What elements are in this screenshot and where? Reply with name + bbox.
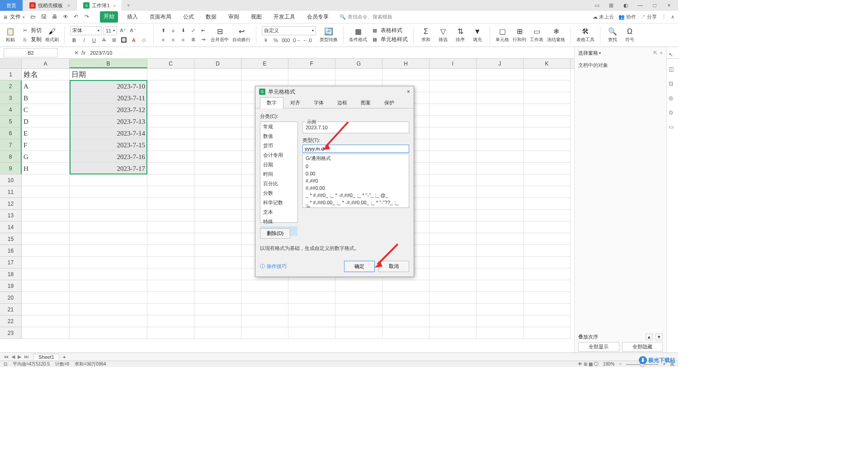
cell[interactable] xyxy=(335,280,382,292)
cell[interactable] xyxy=(194,245,241,257)
cell[interactable] xyxy=(524,139,571,151)
cell[interactable] xyxy=(241,280,288,292)
cell[interactable] xyxy=(429,139,476,151)
cell[interactable] xyxy=(147,139,194,151)
tabletools-button[interactable]: 🛠表格工具 xyxy=(576,24,594,46)
cell[interactable] xyxy=(70,327,147,339)
col-header-G[interactable]: G xyxy=(335,59,382,68)
cell[interactable] xyxy=(476,210,524,221)
row-header[interactable]: 15 xyxy=(0,233,22,245)
cell[interactable] xyxy=(524,80,571,92)
cell[interactable] xyxy=(22,327,70,339)
col-header-K[interactable]: K xyxy=(524,59,571,68)
dialog-tab-pattern[interactable]: 图案 xyxy=(354,97,377,108)
ok-button[interactable]: 确定 xyxy=(344,261,375,272)
cell-button[interactable]: ▢单元格 xyxy=(495,24,509,46)
cell[interactable] xyxy=(524,268,571,280)
cell[interactable] xyxy=(429,257,476,268)
rail-property-icon[interactable]: ⊡ xyxy=(669,80,677,89)
cell[interactable] xyxy=(288,315,335,327)
sheet-last-icon[interactable]: ⏭ xyxy=(24,354,29,360)
open-icon[interactable]: 🗁 xyxy=(30,14,38,21)
cell[interactable] xyxy=(476,127,524,139)
type-list-item[interactable]: _ * #,##0.00_ ;_ * -#,##0.00_ ;_ * "-"??… xyxy=(303,199,409,208)
cell[interactable] xyxy=(476,304,524,315)
row-header[interactable]: 17 xyxy=(0,257,22,268)
cell[interactable] xyxy=(22,233,70,245)
cell[interactable] xyxy=(524,104,571,116)
cell[interactable] xyxy=(476,163,524,174)
cell[interactable]: 2023-7-15 xyxy=(70,139,147,151)
category-item[interactable]: 文本 xyxy=(260,207,297,217)
redo-icon[interactable]: ↷ xyxy=(85,14,92,21)
cell[interactable] xyxy=(194,80,241,92)
type-list-item[interactable]: #,##0.00 xyxy=(303,184,409,192)
underline-button[interactable]: U xyxy=(90,36,98,44)
cell[interactable] xyxy=(147,186,194,198)
cell[interactable] xyxy=(476,116,524,127)
cell[interactable] xyxy=(22,268,70,280)
tab-add-button[interactable]: + xyxy=(122,2,134,9)
cell[interactable] xyxy=(147,104,194,116)
cell[interactable] xyxy=(429,233,476,245)
select-all-corner[interactable] xyxy=(0,59,22,68)
cell[interactable] xyxy=(241,327,288,339)
cell[interactable]: 姓名 xyxy=(22,69,70,80)
justify-icon[interactable]: ≣ xyxy=(189,36,197,44)
cell[interactable] xyxy=(194,327,241,339)
cell[interactable] xyxy=(147,245,194,257)
bring-forward-button[interactable]: ▴ xyxy=(646,334,653,340)
cell[interactable] xyxy=(70,210,147,221)
align-bottom-icon[interactable]: ⬇ xyxy=(179,27,187,35)
dialog-close-button[interactable]: × xyxy=(407,89,410,95)
ribbon-tab-member[interactable]: 会员专享 xyxy=(304,11,331,23)
cell[interactable]: D xyxy=(22,116,70,127)
bold-button[interactable]: B xyxy=(70,36,78,44)
category-item[interactable]: 数值 xyxy=(260,132,297,141)
col-header-A[interactable]: A xyxy=(22,59,70,68)
cell[interactable] xyxy=(147,233,194,245)
cell[interactable] xyxy=(147,116,194,127)
cell[interactable] xyxy=(524,210,571,221)
category-item[interactable]: 分数 xyxy=(260,188,297,198)
row-header[interactable]: 22 xyxy=(0,315,22,327)
cell[interactable] xyxy=(288,292,335,304)
cancel-fx-icon[interactable]: ✕ xyxy=(74,50,79,56)
send-backward-button[interactable]: ▾ xyxy=(656,334,663,340)
rail-backup-icon[interactable]: ⊙ xyxy=(669,109,677,118)
cell[interactable] xyxy=(147,327,194,339)
decrease-font-icon[interactable]: A⁻ xyxy=(129,27,137,35)
cell[interactable] xyxy=(22,174,70,186)
cell[interactable] xyxy=(70,315,147,327)
freeze-button[interactable]: ❄冻结窗格 xyxy=(547,24,565,46)
col-header-H[interactable]: H xyxy=(382,59,429,68)
row-header[interactable]: 9 xyxy=(0,163,22,174)
cell[interactable] xyxy=(476,221,524,233)
row-header[interactable]: 21 xyxy=(0,304,22,315)
zoom-out-button[interactable]: − xyxy=(619,362,622,367)
cell[interactable] xyxy=(524,116,571,127)
hide-all-button[interactable]: 全部隐藏 xyxy=(622,342,663,352)
cell[interactable] xyxy=(288,280,335,292)
category-item[interactable]: 百分比 xyxy=(260,179,297,188)
type-convert-button[interactable]: 🔄类型转换 xyxy=(320,24,338,46)
row-header[interactable]: 20 xyxy=(0,292,22,304)
ribbon-tab-dev[interactable]: 开发工具 xyxy=(271,11,298,23)
undo-icon[interactable]: ↶ xyxy=(74,14,81,21)
cell[interactable] xyxy=(476,280,524,292)
cell[interactable] xyxy=(70,198,147,210)
cell[interactable] xyxy=(194,163,241,174)
cell[interactable] xyxy=(429,315,476,327)
row-header[interactable]: 5 xyxy=(0,116,22,127)
cell[interactable] xyxy=(288,327,335,339)
dialog-tab-font[interactable]: 字体 xyxy=(307,97,330,108)
cell[interactable] xyxy=(70,280,147,292)
cell[interactable] xyxy=(382,327,429,339)
cell[interactable] xyxy=(429,268,476,280)
zoom-level[interactable]: 190% xyxy=(603,362,615,367)
strike-button[interactable]: A̶ xyxy=(100,36,108,44)
cell[interactable]: 2023-7-14 xyxy=(70,127,147,139)
cell[interactable] xyxy=(429,245,476,257)
cell[interactable] xyxy=(288,69,335,80)
cell[interactable] xyxy=(194,186,241,198)
